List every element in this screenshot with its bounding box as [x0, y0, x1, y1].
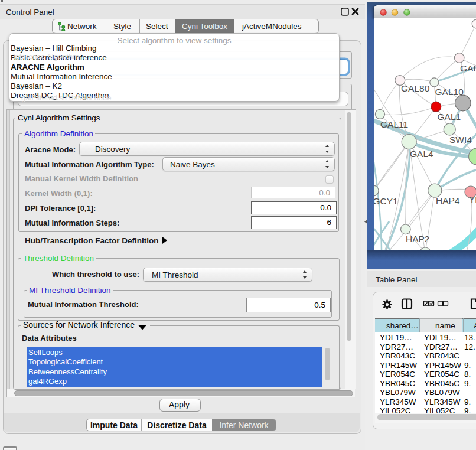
svg-text:GCY1: GCY1: [374, 196, 398, 206]
svg-text:GAL1: GAL1: [438, 112, 461, 122]
svg-text:GAL11: GAL11: [380, 119, 408, 129]
svg-text:GAL4: GAL4: [410, 149, 433, 159]
svg-text:HAP4: HAP4: [436, 195, 460, 206]
svg-text:YM: YM: [469, 194, 476, 204]
svg-text:GAL10: GAL10: [435, 87, 464, 97]
svg-text:HAP2: HAP2: [406, 234, 430, 244]
svg-text:GAL80: GAL80: [401, 83, 430, 93]
svg-text:GAL7: GAL7: [460, 63, 476, 73]
svg-text:SWI4: SWI4: [449, 135, 472, 145]
